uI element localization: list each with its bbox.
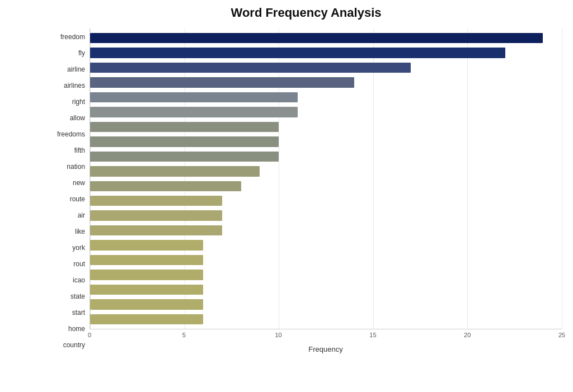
bar bbox=[90, 240, 203, 251]
bars-section: 0510152025 Frequency bbox=[90, 29, 562, 353]
x-tick: 15 bbox=[369, 332, 376, 338]
bar-row bbox=[90, 253, 562, 267]
y-label: fly bbox=[50, 50, 85, 56]
bar bbox=[90, 225, 222, 236]
bar bbox=[90, 210, 222, 221]
bar-row bbox=[90, 223, 562, 238]
bar bbox=[90, 122, 279, 133]
bar-row bbox=[90, 312, 562, 327]
bar-row bbox=[90, 31, 562, 45]
x-tick: 25 bbox=[558, 332, 565, 338]
bar-row bbox=[90, 164, 562, 178]
y-label: rout bbox=[50, 261, 85, 267]
y-label: home bbox=[50, 325, 85, 332]
bars-wrapper bbox=[90, 29, 562, 329]
x-tick: 10 bbox=[275, 332, 281, 338]
bar bbox=[90, 196, 222, 206]
bar-row bbox=[90, 75, 562, 89]
y-label: york bbox=[50, 244, 85, 251]
bar-row bbox=[90, 193, 562, 208]
bar-row bbox=[90, 267, 562, 282]
chart-container: Word Frequency Analysis freedomflyairlin… bbox=[0, 0, 573, 392]
bar bbox=[90, 166, 260, 177]
bar-row bbox=[90, 238, 562, 252]
y-label: freedoms bbox=[50, 131, 85, 138]
y-label: state bbox=[50, 293, 85, 300]
y-label: nation bbox=[50, 163, 85, 170]
bar bbox=[90, 48, 505, 58]
bar bbox=[90, 92, 298, 103]
bar-row bbox=[90, 179, 562, 193]
y-label: like bbox=[50, 228, 85, 235]
bar bbox=[90, 152, 279, 162]
y-label: freedom bbox=[50, 34, 85, 40]
y-labels: freedomflyairlineairlinesrightallowfreed… bbox=[50, 29, 90, 353]
bar bbox=[90, 270, 203, 280]
bar bbox=[90, 33, 543, 44]
y-label: airlines bbox=[50, 82, 85, 89]
bar bbox=[90, 314, 203, 325]
bar-row bbox=[90, 120, 562, 134]
bar-row bbox=[90, 208, 562, 223]
grid-and-bars bbox=[90, 29, 562, 329]
y-label: fifth bbox=[50, 147, 85, 154]
y-label: start bbox=[50, 309, 85, 316]
bar bbox=[90, 77, 354, 88]
y-label: allow bbox=[50, 115, 85, 121]
x-axis-labels: 0510152025 bbox=[90, 332, 562, 343]
bar bbox=[90, 136, 279, 147]
y-label: right bbox=[50, 98, 85, 105]
bar bbox=[90, 299, 203, 310]
bar-row bbox=[90, 105, 562, 119]
x-tick: 20 bbox=[464, 332, 471, 338]
bar bbox=[90, 285, 203, 295]
chart-title: Word Frequency Analysis bbox=[50, 6, 562, 20]
x-tick: 0 bbox=[88, 332, 91, 338]
grid-line bbox=[562, 29, 562, 329]
y-label: air bbox=[50, 212, 85, 219]
y-label: route bbox=[50, 196, 85, 202]
chart-area: freedomflyairlineairlinesrightallowfreed… bbox=[50, 29, 562, 353]
y-label: new bbox=[50, 180, 85, 186]
bar bbox=[90, 255, 203, 266]
bar-row bbox=[90, 134, 562, 149]
x-tick: 5 bbox=[182, 332, 186, 338]
bar-row bbox=[90, 282, 562, 297]
x-axis-title: Frequency bbox=[90, 345, 562, 353]
bar bbox=[90, 181, 241, 192]
bar bbox=[90, 63, 411, 73]
y-label: airline bbox=[50, 66, 85, 73]
bar-row bbox=[90, 60, 562, 75]
y-label: icao bbox=[50, 277, 85, 284]
bar bbox=[90, 107, 298, 117]
bar-row bbox=[90, 297, 562, 311]
bar-row bbox=[90, 45, 562, 60]
bar-row bbox=[90, 90, 562, 105]
bar-row bbox=[90, 149, 562, 164]
y-label: country bbox=[50, 342, 85, 348]
